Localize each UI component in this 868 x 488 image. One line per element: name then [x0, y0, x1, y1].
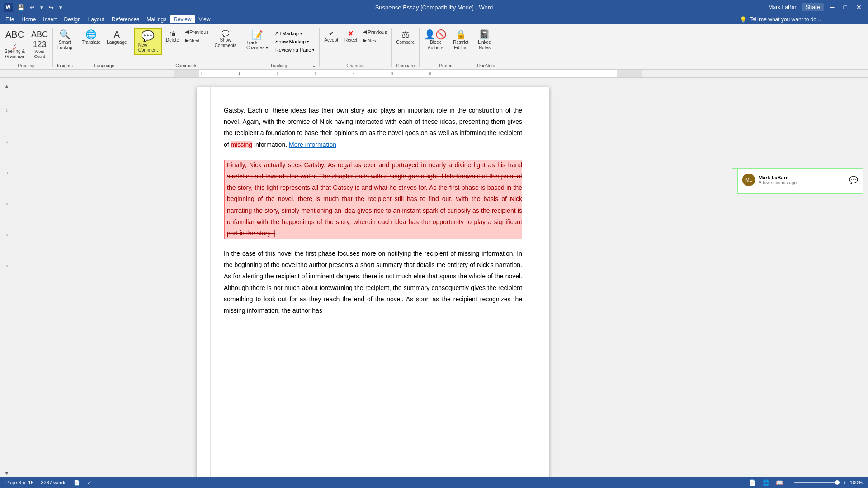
- linked-notes-button[interactable]: 📓 LinkedNotes: [475, 28, 494, 52]
- show-markup-button[interactable]: Show Markup ▾: [273, 38, 317, 45]
- reject-button[interactable]: ✘ Reject: [342, 28, 360, 45]
- left-sidebar: ▲ 1 2 3 4 5 6 ▼: [0, 78, 14, 477]
- menu-view[interactable]: View: [195, 15, 214, 23]
- reviewing-pane-button[interactable]: Reviewing Pane ▾: [273, 46, 317, 53]
- next-comment-button[interactable]: ▶ Next: [183, 37, 211, 44]
- menu-references[interactable]: References: [108, 15, 143, 23]
- comment-card[interactable]: ML Mark LaBarr A few seconds ago 💬: [737, 168, 863, 194]
- zoom-percent: 100%: [850, 480, 863, 485]
- spelling-icon: ABC✓: [5, 30, 24, 48]
- linked-notes-icon: 📓: [479, 30, 490, 39]
- title-bar-right: Mark LaBarr Share ─ □ ✕: [769, 3, 864, 12]
- ribbon-group-protect: 👤🚫 BlockAuthors 🔒 RestrictEditing Protec…: [420, 26, 473, 69]
- menu-design[interactable]: Design: [60, 15, 84, 23]
- previous-change-icon: ◀: [363, 29, 367, 35]
- compare-button[interactable]: ⚖ Compare: [393, 28, 417, 47]
- paragraph-2-deleted: Finally, Nick actually sees Gatsby. As r…: [224, 160, 522, 239]
- redo-button[interactable]: ↪: [47, 3, 56, 12]
- language-button[interactable]: A Language: [104, 28, 130, 47]
- spelling-grammar-button[interactable]: ABC✓ Spelling &Grammar: [2, 28, 28, 61]
- insights-group-label: Insights: [55, 62, 75, 69]
- menu-insert[interactable]: Insert: [39, 15, 60, 23]
- print-layout-view-button[interactable]: 📄: [747, 479, 757, 487]
- right-sidebar: ML Mark LaBarr A few seconds ago 💬: [732, 78, 868, 477]
- comments-buttons: 💬 NewComment 🗑 Delete ◀ Previous ▶ Next: [134, 26, 239, 62]
- menu-home[interactable]: Home: [18, 15, 39, 23]
- track-changes-button[interactable]: 📝 TrackChanges ▾: [243, 28, 271, 52]
- language-label: Language: [107, 40, 127, 45]
- ribbon-group-changes: ✔ Accept ✘ Reject ◀ Previous ▶ Next Chan…: [320, 26, 391, 69]
- comment-nav: ◀ Previous ▶ Next: [183, 28, 211, 44]
- onenote-group-label: OneNote: [475, 62, 497, 69]
- maximize-button[interactable]: □: [841, 3, 850, 12]
- restrict-editing-button[interactable]: 🔒 RestrictEditing: [450, 28, 471, 52]
- previous-comment-button[interactable]: ◀ Previous: [183, 28, 211, 36]
- ruler: | 1 2 3 4 5 6: [0, 70, 868, 78]
- customize-button[interactable]: ▾: [57, 3, 64, 12]
- show-markup-arrow: ▾: [307, 40, 309, 44]
- show-comments-button[interactable]: 💬 ShowComments: [212, 28, 239, 50]
- tell-me-bar[interactable]: 💡 Tell me what you want to do...: [740, 16, 821, 23]
- compare-group-label: Compare: [393, 62, 417, 69]
- changes-group-label: Changes: [321, 62, 389, 69]
- user-name: Mark LaBarr: [769, 4, 798, 10]
- word-count-button[interactable]: ABC123 WordCount: [28, 28, 51, 61]
- previous-change-label: Previous: [368, 29, 387, 35]
- all-markup-dropdown[interactable]: All Markup ▾: [273, 30, 317, 37]
- restrict-editing-label: RestrictEditing: [453, 40, 468, 51]
- block-authors-button[interactable]: 👤🚫 BlockAuthors: [421, 28, 449, 52]
- paragraph-2-text: Finally, Nick actually sees Gatsby. As r…: [227, 161, 522, 237]
- ribbon-group-proofing: ABC✓ Spelling &Grammar ABC123 WordCount …: [0, 26, 52, 69]
- language-icon: A: [114, 30, 120, 39]
- web-layout-view-button[interactable]: 🌐: [761, 479, 771, 487]
- paragraph-1: Gatsby. Each of these ideas has their ow…: [224, 105, 522, 150]
- reply-comment-icon[interactable]: 💬: [849, 176, 858, 184]
- next-change-icon: ▶: [363, 38, 367, 43]
- ribbon-group-comments: 💬 NewComment 🗑 Delete ◀ Previous ▶ Next: [132, 26, 241, 69]
- undo-dropdown[interactable]: ▾: [38, 3, 45, 12]
- new-comment-button[interactable]: 💬 NewComment: [134, 28, 162, 55]
- zoom-slider[interactable]: [794, 482, 840, 483]
- block-authors-icon: 👤🚫: [424, 30, 447, 39]
- ribbon: ABC✓ Spelling &Grammar ABC123 WordCount …: [0, 24, 868, 70]
- quick-access-toolbar: 💾 ↩ ▾ ↪ ▾: [15, 3, 64, 12]
- document-page[interactable]: Gatsby. Each of these ideas has their ow…: [197, 87, 549, 477]
- menu-layout[interactable]: Layout: [85, 15, 108, 23]
- menu-bar: File Home Insert Design Layout Reference…: [0, 14, 868, 24]
- ribbon-group-language: 🌐 Translate A Language Language: [77, 26, 132, 69]
- proofing-buttons: ABC✓ Spelling &Grammar ABC123 WordCount: [2, 26, 51, 62]
- page-nav-down[interactable]: ▼: [3, 469, 10, 477]
- next-change-button[interactable]: ▶ Next: [361, 37, 389, 44]
- menu-review[interactable]: Review: [170, 15, 195, 23]
- smart-lookup-label: SmartLookup: [57, 40, 72, 51]
- reviewing-pane-label: Reviewing Pane: [275, 47, 311, 52]
- close-button[interactable]: ✕: [854, 3, 864, 12]
- insights-buttons: 🔍 SmartLookup: [55, 26, 75, 62]
- smart-lookup-button[interactable]: 🔍 SmartLookup: [55, 28, 75, 52]
- tracking-buttons: 📝 TrackChanges ▾ All Markup ▾ Show Marku…: [243, 26, 317, 62]
- more-information-link[interactable]: More information: [289, 141, 336, 148]
- delete-comment-button[interactable]: 🗑 Delete: [163, 28, 182, 45]
- all-markup-arrow: ▾: [300, 32, 302, 36]
- zoom-in-button[interactable]: +: [843, 480, 846, 485]
- next-change-label: Next: [368, 38, 378, 43]
- menu-file[interactable]: File: [2, 15, 18, 23]
- proofing-group-label: Proofing: [2, 62, 51, 69]
- menu-mailings[interactable]: Mailings: [143, 15, 170, 23]
- save-button[interactable]: 💾: [15, 3, 26, 12]
- tell-me-placeholder: Tell me what you want to do...: [750, 16, 821, 23]
- page-number: Page 6 of 15: [5, 480, 33, 485]
- read-mode-button[interactable]: 📖: [774, 479, 784, 487]
- zoom-out-button[interactable]: −: [788, 480, 791, 485]
- paragraph-3-text: In the case of this novel the first phas…: [224, 250, 522, 314]
- translate-button[interactable]: 🌐 Translate: [79, 28, 103, 47]
- previous-change-button[interactable]: ◀ Previous: [361, 28, 389, 36]
- minimize-button[interactable]: ─: [827, 3, 837, 12]
- accept-button[interactable]: ✔ Accept: [321, 28, 341, 45]
- reject-icon: ✘: [348, 30, 354, 38]
- undo-button[interactable]: ↩: [28, 3, 37, 12]
- deleted-word-missing: missing: [231, 141, 252, 148]
- share-button[interactable]: Share: [802, 3, 824, 11]
- comment-meta: Mark LaBarr A few seconds ago: [759, 175, 849, 185]
- page-nav-up[interactable]: ▲: [3, 82, 10, 90]
